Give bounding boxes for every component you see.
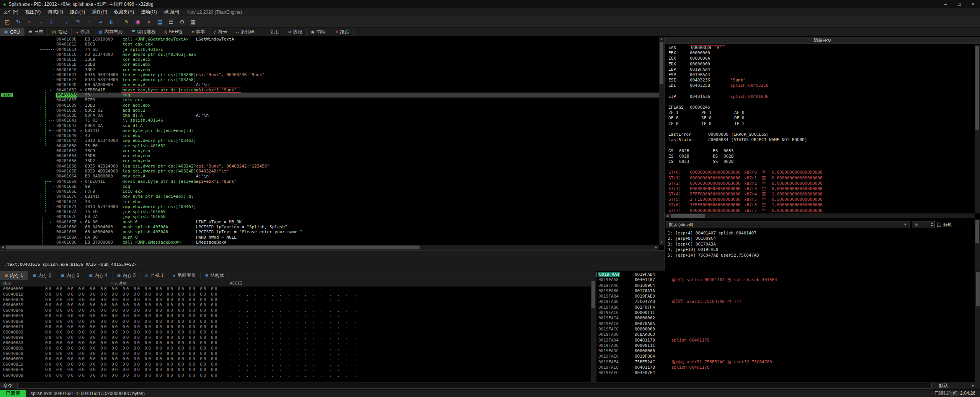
disasm-vertical-scrollbar[interactable]: ▲ ▼: [659, 37, 664, 245]
dump-row-06040879[interactable]: 0604087900 00 00 00 00 00 00 00 00 00 00…: [0, 324, 591, 330]
disasm-row-00401639[interactable]: ·00401639.33D3xor edx,ebx: [0, 103, 659, 108]
scroll-down-icon[interactable]: ▼: [659, 240, 664, 245]
menu-item-view[interactable]: 视图(V): [22, 8, 44, 16]
register-esp[interactable]: ESP0019FAA4: [665, 72, 975, 78]
stack-row-0019FAAC[interactable]: 0019FAAC001009C4: [596, 283, 975, 288]
scroll-thumb[interactable]: [671, 214, 705, 218]
tab-dump-2[interactable]: ▦内存 2: [28, 271, 56, 280]
argument-row[interactable]: 4: [esp+10] 0019FAE0: [665, 247, 975, 252]
stack-row-0019FAD4[interactable]: 0019FAD400401178splish.00401178: [596, 338, 975, 343]
close-button[interactable]: ×: [966, 0, 980, 8]
menu-item-debug[interactable]: 调试(D): [44, 8, 67, 16]
stack-row-0019FACC[interactable]: 0019FACC00000000: [596, 327, 975, 332]
register-edi[interactable]: EDI00403258splish.00403258: [665, 83, 975, 88]
register-st[interactable]: ST(6)3FFF8000000000000000x87r6空1.0000000…: [665, 202, 975, 208]
stop-debug-icon[interactable]: ×: [24, 17, 34, 26]
register-st[interactable]: ST(7)00000000000000000000x87r7空0.0000000…: [665, 208, 975, 213]
disasm-row-0040165E[interactable]: ·0040165E.8D3D 4D324000lea edi,dword ptr…: [0, 169, 659, 174]
dump-row-060408B9[interactable]: 060408B900 00 00 00 00 00 00 00 00 00 00…: [0, 346, 591, 351]
tab-dump-5[interactable]: ▦内存 5: [113, 271, 140, 280]
segment-row[interactable]: GS002BFS0053: [665, 148, 975, 154]
tab-trace[interactable]: ↠跟踪: [330, 28, 354, 36]
registers-vertical-scrollbar[interactable]: [975, 45, 980, 213]
register-st[interactable]: ST(1)00000000000000000000x87r1空0.0000000…: [665, 176, 975, 181]
open-file-icon[interactable]: ◰: [2, 17, 12, 26]
argument-count-stepper[interactable]: 5 ▲▼: [912, 221, 935, 228]
unlock-checkbox[interactable]: 解锁: [937, 222, 952, 228]
scroll-thumb[interactable]: [976, 272, 980, 306]
flags-row[interactable]: OF 0SF 0DF 0: [665, 116, 975, 121]
dump-row-06040849[interactable]: 0604084900 00 00 00 00 00 00 00 00 00 00…: [0, 308, 591, 313]
disasm-row-00401673[interactable]: ·00401673.43inc ebx: [0, 199, 659, 204]
dump-row-06040899[interactable]: 0604089900 00 00 00 00 00 00 00 00 00 00…: [0, 335, 591, 340]
dump-vertical-scrollbar[interactable]: [591, 280, 596, 382]
disasm-row-0040166E[interactable]: ·0040166E.F7F9idiv ecx: [0, 189, 659, 194]
disasm-row-00401646[interactable]: ·00401646>88141Fmov byte ptr ds:[edi+ebx…: [0, 128, 659, 133]
registers-panel[interactable]: 隐藏FPU EAX00000039'9'EBX00000000ECX000000…: [664, 37, 980, 219]
run-icon[interactable]: →: [35, 17, 46, 26]
stack-row-0019FAC0[interactable]: 0019FAC000000111: [596, 310, 975, 316]
disasm-row-00401685[interactable]: ·00401685.68 A0304000push splish.4030A0L…: [0, 229, 659, 234]
stack-row-0019FAE0[interactable]: 0019FAE00019FBC4: [596, 354, 975, 359]
tab-notes[interactable]: ▤笔记: [48, 28, 72, 36]
step-over-icon[interactable]: ↷: [73, 17, 83, 26]
disasm-row-00401650[interactable]: ·00401650.75 E0jne splish.401632: [0, 143, 659, 148]
scroll-thumb[interactable]: [975, 46, 979, 130]
tab-handles[interactable]: ◉句柄: [307, 28, 330, 36]
tab-breakpoints[interactable]: ●断点: [72, 28, 94, 36]
call-stack-icon[interactable]: ☰: [166, 17, 176, 26]
checkbox-icon[interactable]: [937, 223, 941, 227]
disasm-row-00401652[interactable]: ·00401652.33C9xor ecx,ecx: [0, 148, 659, 153]
register-st[interactable]: ST(4)3FFF8000000000000000x87r4空1.0000000…: [665, 192, 975, 197]
tab-seh[interactable]: §SEH链: [160, 28, 187, 36]
arguments-vertical-scrollbar[interactable]: [975, 219, 980, 271]
command-input[interactable]: [17, 383, 932, 389]
disasm-row-0040161F[interactable]: ·0040161F.33D2xor edx,edx: [0, 67, 659, 72]
tab-dump-4[interactable]: ▦内存 4: [84, 271, 112, 280]
disasm-row-00401669[interactable]: ·00401669>0FBE041Emovsx eax,byte ptr ds:…: [0, 179, 659, 184]
register-ebp[interactable]: EBP0019FAA4: [665, 67, 975, 72]
dump-row-060408D9[interactable]: 060408D900 00 00 00 00 00 00 00 00 00 00…: [0, 356, 591, 362]
registers-horizontal-scrollbar[interactable]: ◀: [665, 213, 975, 218]
tab-dump-3[interactable]: ▦内存 3: [56, 271, 84, 280]
disasm-row-00401643[interactable]: ·00401643.80EA 0Asub dl,A: [0, 123, 659, 128]
last-error-row[interactable]: LastError00000000 (ERROR_SUCCESS): [665, 132, 975, 137]
stack-row-0019FAB0[interactable]: 0019FAB000170A3A: [596, 288, 975, 294]
maximize-button[interactable]: □: [952, 0, 966, 8]
disasm-row-0040168A[interactable]: ·0040168A.6A 00push 0HWND hWnd = NULL: [0, 235, 659, 240]
disasm-row-00401621[interactable]: ·00401621.8D35 36324000lea esi,dword ptr…: [0, 72, 659, 77]
tab-cpu[interactable]: ▣CPU: [0, 28, 24, 36]
restart-icon[interactable]: ↻: [13, 17, 23, 26]
stepper-arrows-icon[interactable]: ▲▼: [931, 221, 933, 228]
stack-row-0019FAC8[interactable]: 0019FAC800070A0A: [596, 321, 975, 327]
disasm-row-00401656[interactable]: ·00401656.33D2xor edx,edx: [0, 158, 659, 163]
tab-dump-1[interactable]: ▦内存 1: [0, 271, 28, 280]
command-profile-select[interactable]: 默认 ▼: [936, 383, 978, 389]
stack-row-0019FAC4[interactable]: 0019FAC400000002: [596, 316, 975, 321]
stack-panel[interactable]: 0019FAA40019FAB40019FAA800401407返回到 spli…: [596, 271, 980, 382]
register-ebx[interactable]: EBX00000000: [665, 50, 975, 56]
settings-icon[interactable]: ⚙: [177, 17, 187, 26]
dump-row-06040829[interactable]: 0604082900 00 00 00 00 00 00 00 00 00 00…: [0, 297, 591, 303]
disasm-row-0040167E[interactable]: ·0040167E>6A 00push 0UINT uType = MB_OK: [0, 220, 659, 225]
dump-row-06040909[interactable]: 0604090900 00 00 00 00 00 00 00 00 00 00…: [0, 373, 591, 378]
memory-map-icon[interactable]: ▤: [155, 17, 165, 26]
dump-row-06040869[interactable]: 0604086900 00 00 00 00 00 00 00 00 00 00…: [0, 319, 591, 324]
disasm-row-00401670[interactable]: ·00401670.88141Fmov byte ptr ds:[edi+ebx…: [0, 194, 659, 199]
argument-row[interactable]: 1: [esp+4] 00401407 splish.00401407: [665, 231, 975, 236]
tab-locals[interactable]: ≡局部变量: [168, 271, 201, 280]
animate-into-icon[interactable]: ⇊: [106, 17, 116, 26]
argument-row[interactable]: 5: [esp+14] 75C047AB user32.75C047AB: [665, 253, 975, 258]
argument-row[interactable]: 2: [esp+8] 001009C4: [665, 236, 975, 241]
segment-row[interactable]: ES002BDS002B: [665, 154, 975, 159]
scroll-thumb[interactable]: [660, 42, 663, 84]
argument-row[interactable]: 3: [esp+C] 00170A3A: [665, 242, 975, 247]
stack-row-0019FABC[interactable]: 0019FABC003F07F4: [596, 305, 975, 310]
scroll-left-icon[interactable]: ◀: [0, 245, 5, 250]
disasm-row-0040166D[interactable]: ·0040166D.99cdq: [0, 184, 659, 189]
register-edx[interactable]: EDX00000000: [665, 62, 975, 67]
register-eax[interactable]: EAX00000039'9': [665, 45, 975, 50]
disasm-row-00401627[interactable]: ·00401627.8D3D 58324000lea edi,dword ptr…: [0, 77, 659, 82]
disasm-row-0040163E[interactable]: ·0040163E.80FA 0Acmp dl,AA:'\n': [0, 113, 659, 118]
register-st[interactable]: ST(0)00000000000000000000x87r0空0.0000000…: [665, 170, 975, 175]
